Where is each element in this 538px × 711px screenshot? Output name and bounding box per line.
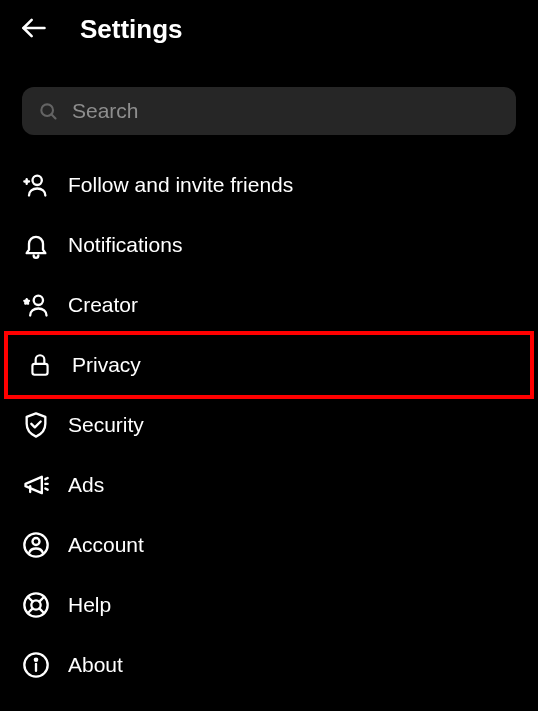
menu-item-ads[interactable]: Ads bbox=[0, 455, 538, 515]
menu-item-help[interactable]: Help bbox=[0, 575, 538, 635]
menu-label: About bbox=[68, 653, 123, 677]
menu-item-security[interactable]: Security bbox=[0, 395, 538, 455]
svg-point-9 bbox=[33, 538, 40, 545]
svg-line-15 bbox=[28, 608, 33, 613]
menu-label: Privacy bbox=[72, 353, 141, 377]
lock-icon bbox=[26, 351, 54, 379]
header: Settings bbox=[0, 0, 538, 59]
menu-label: Help bbox=[68, 593, 111, 617]
svg-point-18 bbox=[35, 659, 37, 661]
shield-icon bbox=[22, 411, 50, 439]
megaphone-icon bbox=[22, 471, 50, 499]
search-input[interactable] bbox=[72, 99, 500, 123]
search-icon bbox=[38, 101, 58, 121]
svg-line-2 bbox=[51, 114, 55, 118]
svg-line-12 bbox=[28, 597, 33, 602]
svg-point-3 bbox=[33, 176, 42, 185]
bell-icon bbox=[22, 231, 50, 259]
menu-label: Account bbox=[68, 533, 144, 557]
back-button[interactable] bbox=[20, 16, 48, 44]
menu-item-about[interactable]: About bbox=[0, 635, 538, 695]
page-title: Settings bbox=[80, 14, 183, 45]
svg-rect-7 bbox=[32, 364, 47, 375]
arrow-left-icon bbox=[20, 14, 48, 46]
menu-label: Security bbox=[68, 413, 144, 437]
menu-item-creator[interactable]: Creator bbox=[0, 275, 538, 335]
menu-label: Creator bbox=[68, 293, 138, 317]
info-icon bbox=[22, 651, 50, 679]
lifebuoy-icon bbox=[22, 591, 50, 619]
svg-point-6 bbox=[34, 296, 43, 305]
search-bar[interactable] bbox=[22, 87, 516, 135]
menu-item-follow-invite[interactable]: Follow and invite friends bbox=[0, 155, 538, 215]
person-plus-icon bbox=[22, 171, 50, 199]
menu-item-notifications[interactable]: Notifications bbox=[0, 215, 538, 275]
menu-label: Notifications bbox=[68, 233, 182, 257]
menu-item-account[interactable]: Account bbox=[0, 515, 538, 575]
settings-menu: Follow and invite friends Notifications … bbox=[0, 155, 538, 695]
svg-line-14 bbox=[39, 597, 44, 602]
person-star-icon bbox=[22, 291, 50, 319]
svg-line-13 bbox=[39, 608, 44, 613]
menu-item-privacy[interactable]: Privacy bbox=[4, 331, 534, 399]
menu-label: Ads bbox=[68, 473, 104, 497]
account-circle-icon bbox=[22, 531, 50, 559]
menu-label: Follow and invite friends bbox=[68, 173, 293, 197]
